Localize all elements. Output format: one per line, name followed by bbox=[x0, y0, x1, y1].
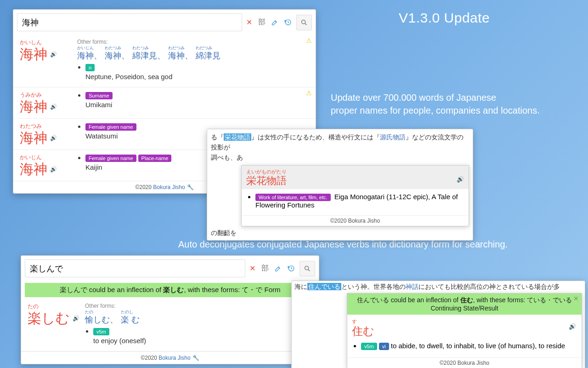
wiki-link[interactable]: 神話 bbox=[406, 283, 418, 290]
other-forms-label: Other forms: bbox=[77, 39, 309, 45]
brand-link[interactable]: Bokura Jisho bbox=[153, 184, 185, 190]
update-description-1: Update over 700.000 words of Japanese pr… bbox=[331, 91, 540, 117]
brand-link[interactable]: Bokura Jisho bbox=[458, 360, 489, 366]
form-item: わだつみ海神、 bbox=[168, 46, 193, 61]
pos-tag: Female given name bbox=[85, 123, 136, 131]
headword: わたつみ海神🔊 bbox=[20, 122, 77, 146]
popup-panel-eiga: る『栄花物語』は女性の手になるため、構造や行文には『源氏物語』などの女流文学の投… bbox=[207, 129, 473, 241]
pos-tag: v5m bbox=[93, 328, 109, 335]
other-forms-label: Other forms: bbox=[85, 303, 312, 309]
dictionary-entry: たの 楽しむ🔊 Other forms: たの愉しむ、たのし楽 む v5mto … bbox=[21, 299, 319, 351]
audio-icon[interactable]: 🔊 bbox=[457, 176, 464, 183]
dictionary-panel-tanoshimu: ✕ 部 楽しんで could be an inflection of 楽しむ, … bbox=[21, 255, 319, 364]
svg-point-1 bbox=[302, 20, 305, 23]
headword: たの 楽しむ🔊 bbox=[28, 303, 85, 347]
text: proper names for people, companies and l… bbox=[331, 105, 540, 115]
pos-tag: Work of literature, art, film, etc. bbox=[255, 194, 331, 201]
form-item: わたつみ海神、 bbox=[105, 46, 130, 61]
furigana: す bbox=[352, 318, 577, 325]
sense-item: Work of literature, art, film, etc. Eiga… bbox=[255, 193, 463, 209]
close-icon[interactable]: ✕ bbox=[573, 295, 579, 302]
definition-popup: ✕ 住んでいる could be an inflection of 住む, wi… bbox=[347, 293, 582, 368]
furigana: わたつみ bbox=[20, 122, 77, 130]
sense-item: SurnameUmikami bbox=[85, 91, 309, 109]
radical-button[interactable]: 部 bbox=[259, 262, 271, 276]
definition-popup: ✕ えいがものがたり 栄花物語 🔊 Work of literature, ar… bbox=[241, 165, 469, 226]
copyright: ©2020 bbox=[135, 184, 153, 190]
pos-tag: Female given name bbox=[85, 155, 136, 162]
dictionary-entry: ⚠うみかみ海神🔊SurnameUmikami bbox=[13, 87, 316, 119]
form-item: たのし楽 む bbox=[121, 310, 140, 325]
gloss: Neptune, Poseidon, sea god bbox=[85, 73, 309, 80]
clear-icon[interactable]: ✕ bbox=[243, 16, 255, 29]
dictionary-entry: ⚠かいしん海神🔊Other forms:かいじん海神、わたつみ海神、わたつみ綿津… bbox=[13, 35, 316, 87]
highlighted-word: 住んでいる bbox=[307, 283, 341, 290]
popup-body: v5mvito abide, to dwell, to inhabit, to … bbox=[347, 341, 582, 357]
audio-icon[interactable]: 🔊 bbox=[50, 166, 57, 172]
furigana: かいしん bbox=[20, 39, 77, 46]
inflection-banner: 楽しんで could be an inflection of 楽しむ, with… bbox=[25, 283, 315, 297]
search-input[interactable] bbox=[17, 13, 242, 31]
dictionary-form: 楽しむ bbox=[163, 286, 184, 293]
audio-icon[interactable]: 🔊 bbox=[50, 104, 57, 110]
brand-link[interactable]: Bokura Jisho bbox=[348, 218, 380, 224]
dictionary-form: 住む bbox=[460, 296, 473, 304]
kanji: 海神 bbox=[20, 99, 47, 114]
popup-body: Work of literature, art, film, etc. Eiga… bbox=[242, 189, 469, 215]
furigana: えいがものがたり bbox=[246, 168, 464, 175]
popup-panel-sumu: 海に住んでいるという神。世界各地の神話においても比較的高位の神とされている場合が… bbox=[291, 281, 585, 368]
warning-icon: ⚠ bbox=[306, 37, 312, 44]
pos-tag: Place-name bbox=[138, 155, 172, 162]
kanji: 海神 bbox=[20, 46, 47, 62]
edit-icon[interactable] bbox=[269, 16, 281, 29]
audio-icon[interactable]: 🔊 bbox=[569, 323, 576, 330]
svg-point-3 bbox=[305, 266, 309, 270]
settings-icon[interactable]: 🔧 bbox=[192, 355, 199, 361]
kanji: 住む bbox=[352, 325, 577, 337]
search-input[interactable] bbox=[25, 259, 245, 277]
audio-icon[interactable]: 🔊 bbox=[50, 135, 57, 141]
headword: かいじん海神🔊 bbox=[20, 154, 77, 177]
clear-icon[interactable]: ✕ bbox=[246, 262, 258, 276]
context-below: の翻齬を bbox=[207, 228, 473, 240]
warning-icon: ⚠ bbox=[306, 89, 312, 97]
brand-link[interactable]: Bokura Jisho bbox=[158, 355, 190, 361]
furigana: うみかみ bbox=[20, 91, 77, 99]
popup-footer: ©2020 Bokura Jisho bbox=[242, 215, 469, 226]
kanji: 楽しむ bbox=[28, 310, 70, 326]
pos-tag: vi bbox=[379, 343, 389, 350]
pos-tag: v5m bbox=[361, 343, 377, 350]
other-forms: たの愉しむ、たのし楽 む bbox=[85, 310, 312, 325]
kanji: 海神 bbox=[20, 130, 47, 145]
other-forms: かいじん海神、わたつみ海神、わたつみ綿津見、わだつみ海神、わだつみ綿津見 bbox=[77, 46, 309, 61]
search-button[interactable] bbox=[300, 261, 315, 276]
popup-headword: す 住む 🔊 bbox=[347, 315, 582, 341]
popup-headword: えいがものがたり 栄花物語 🔊 bbox=[242, 166, 469, 189]
panel-footer: ©2020 Bokura Jisho🔧 bbox=[21, 351, 319, 364]
search-bar: ✕ 部 bbox=[21, 256, 319, 281]
entry-body: Other forms: たの愉しむ、たのし楽 む v5mto enjoy (o… bbox=[85, 303, 312, 347]
form-item: たの愉しむ、 bbox=[85, 310, 118, 325]
audio-icon[interactable]: 🔊 bbox=[73, 315, 79, 322]
search-button[interactable] bbox=[296, 15, 312, 30]
history-icon[interactable] bbox=[285, 262, 297, 276]
radical-button[interactable]: 部 bbox=[256, 16, 268, 29]
inflection-banner: 住んでいる could be an inflection of 住む, with… bbox=[347, 293, 582, 315]
entry-body: Other forms:かいじん海神、わたつみ海神、わたつみ綿津見、わだつみ海神… bbox=[77, 39, 309, 83]
wiki-link[interactable]: 源氏物語 bbox=[380, 133, 406, 141]
entry-body: SurnameUmikami bbox=[77, 91, 309, 115]
furigana: かいじん bbox=[20, 154, 77, 161]
gloss: to enjoy (oneself) bbox=[93, 337, 312, 345]
text: Update over 700.000 words of Japanese bbox=[331, 92, 496, 103]
headword: かいしん海神🔊 bbox=[20, 39, 77, 83]
form-item: わたつみ綿津見、 bbox=[132, 46, 165, 61]
pos-tag: n bbox=[85, 64, 95, 71]
history-icon[interactable] bbox=[282, 16, 294, 29]
settings-icon[interactable]: 🔧 bbox=[187, 184, 194, 190]
sense-item: v5mvito abide, to dwell, to inhabit, to … bbox=[361, 342, 576, 350]
edit-icon[interactable] bbox=[272, 262, 284, 276]
form-item: かいじん海神、 bbox=[77, 46, 102, 61]
sense-item: v5mto enjoy (oneself) bbox=[93, 327, 312, 345]
audio-icon[interactable]: 🔊 bbox=[50, 51, 57, 58]
gloss: to abide, to dwell, to inhabit, to live … bbox=[391, 342, 565, 350]
